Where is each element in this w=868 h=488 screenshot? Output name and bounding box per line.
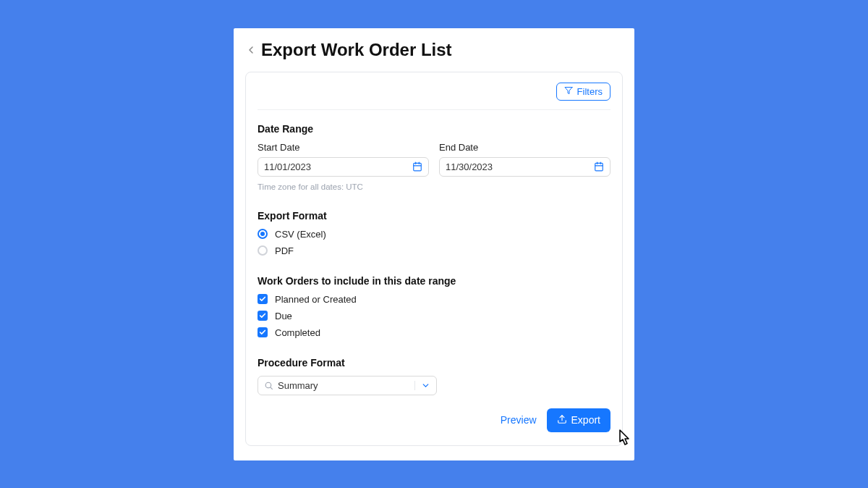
checkbox-label: Completed <box>275 327 320 338</box>
export-card: Filters Date Range Start Date End Date <box>245 72 623 446</box>
svg-line-10 <box>271 387 272 389</box>
radio-option-pdf[interactable]: PDF <box>258 245 610 256</box>
timezone-note: Time zone for all dates: UTC <box>258 182 610 191</box>
calendar-icon[interactable] <box>594 161 604 172</box>
end-date-col: End Date <box>439 142 610 177</box>
back-icon[interactable] <box>245 43 257 56</box>
export-button[interactable]: Export <box>547 408 610 432</box>
procedure-format-select[interactable]: Summary <box>258 376 437 395</box>
start-date-input[interactable] <box>264 161 408 172</box>
end-date-input-wrap[interactable] <box>439 157 610 177</box>
include-title: Work Orders to include in this date rang… <box>258 275 610 287</box>
export-panel: Export Work Order List Filters Date Rang… <box>234 28 634 460</box>
export-format-title: Export Format <box>258 210 610 222</box>
procedure-format-value: Summary <box>278 380 410 391</box>
chevron-down-icon[interactable] <box>414 381 430 390</box>
preview-button[interactable]: Preview <box>501 414 537 426</box>
page-title: Export Work Order List <box>261 40 452 60</box>
svg-marker-0 <box>565 87 572 93</box>
checkbox-label: Due <box>275 311 292 321</box>
svg-point-9 <box>265 382 271 388</box>
checkbox-icon[interactable] <box>258 311 268 321</box>
card-footer: Preview Export <box>258 408 610 432</box>
svg-rect-5 <box>595 163 603 171</box>
radio-option-csv[interactable]: CSV (Excel) <box>258 229 610 240</box>
check-planned-or-created[interactable]: Planned or Created <box>258 294 610 305</box>
radio-label: CSV (Excel) <box>275 229 326 240</box>
start-date-label: Start Date <box>258 142 429 153</box>
checkbox-label: Planned or Created <box>275 294 357 305</box>
start-date-input-wrap[interactable] <box>258 157 429 177</box>
calendar-icon[interactable] <box>412 161 422 172</box>
checkbox-icon[interactable] <box>258 327 268 337</box>
filters-row: Filters <box>258 83 610 110</box>
radio-label: PDF <box>275 245 294 256</box>
panel-header: Export Work Order List <box>245 40 623 60</box>
checkbox-icon[interactable] <box>258 294 268 304</box>
check-completed[interactable]: Completed <box>258 327 610 338</box>
upload-icon <box>557 414 567 426</box>
filters-button-label: Filters <box>577 86 603 97</box>
start-date-col: Start Date <box>258 142 429 177</box>
svg-rect-1 <box>414 163 422 171</box>
end-date-input[interactable] <box>446 161 590 172</box>
search-icon <box>264 381 273 390</box>
check-due[interactable]: Due <box>258 311 610 321</box>
procedure-format-title: Procedure Format <box>258 357 610 369</box>
radio-icon[interactable] <box>258 229 268 239</box>
export-button-label: Export <box>571 414 600 426</box>
funnel-icon <box>564 86 573 97</box>
date-range-row: Start Date End Date <box>258 142 610 177</box>
end-date-label: End Date <box>439 142 610 153</box>
filters-button[interactable]: Filters <box>556 83 610 101</box>
radio-icon[interactable] <box>258 245 268 256</box>
date-range-title: Date Range <box>258 123 610 135</box>
